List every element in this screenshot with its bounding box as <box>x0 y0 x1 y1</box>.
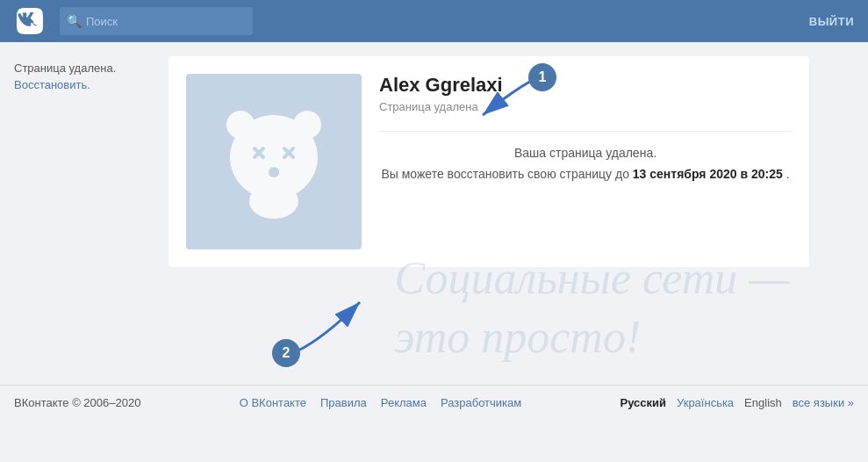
avatar <box>186 74 362 249</box>
arrow-1: 1 <box>430 67 553 132</box>
search-icon: 🔍 <box>67 14 82 28</box>
svg-point-2 <box>293 111 321 139</box>
vk-logo-icon[interactable] <box>14 5 46 37</box>
lang-english[interactable]: English <box>744 396 782 409</box>
sidebar-deleted-text: Страница удалена. <box>14 60 154 78</box>
arrow-2: 2 <box>272 285 377 358</box>
lang-russian[interactable]: Русский <box>620 396 666 409</box>
restore-date: 13 сентября 2020 в 20:25 <box>633 167 783 181</box>
footer: ВКонтакте © 2006–2020 О ВКонтакте Правил… <box>0 385 868 420</box>
search-input[interactable] <box>60 7 253 35</box>
badge-2: 2 <box>272 339 300 367</box>
lang-ukrainian[interactable]: Українська <box>677 396 734 409</box>
deleted-message: Ваша страница удалена. <box>379 146 792 160</box>
restore-message: Вы можете восстановить свою страницу до … <box>379 167 792 181</box>
search-wrapper: 🔍 <box>60 7 253 35</box>
logout-button[interactable]: ВЫЙТИ <box>809 15 854 28</box>
footer-link-rules[interactable]: Правила <box>320 396 367 409</box>
sidebar-restore-link[interactable]: Восстановить. <box>14 78 154 91</box>
svg-point-3 <box>249 184 298 219</box>
badge-1: 1 <box>528 63 556 91</box>
deleted-avatar-icon <box>204 91 344 232</box>
footer-link-ads[interactable]: Реклама <box>381 396 427 409</box>
footer-link-devs[interactable]: Разработчикам <box>441 396 521 409</box>
header: 🔍 ВЫЙТИ <box>0 0 868 42</box>
footer-link-about[interactable]: О ВКонтакте <box>240 396 306 409</box>
svg-point-8 <box>269 167 279 177</box>
header-left: 🔍 <box>14 5 253 37</box>
footer-links: О ВКонтакте Правила Реклама Разработчика… <box>240 396 522 409</box>
lang-all[interactable]: все языки » <box>793 396 854 409</box>
footer-languages: Русский Українська English все языки » <box>620 396 854 409</box>
svg-point-1 <box>226 111 255 139</box>
footer-copyright: ВКонтакте © 2006–2020 <box>14 396 140 409</box>
sidebar: Страница удалена. Восстановить. <box>14 56 154 267</box>
